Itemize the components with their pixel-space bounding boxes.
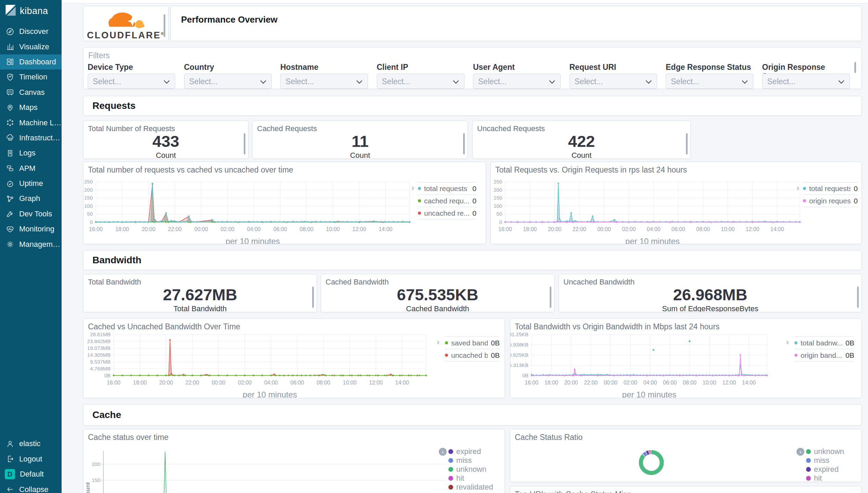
svg-text:20:00: 20:00 <box>159 380 173 385</box>
sidebar-item-logout[interactable]: Logout <box>0 452 62 467</box>
legend-item-hit[interactable]: hit <box>448 474 500 483</box>
dashboard-icon <box>5 58 14 66</box>
legend-item-hit[interactable]: hit <box>806 474 857 482</box>
panel-scrollbar[interactable] <box>857 287 859 308</box>
metric-value: 11 <box>253 132 468 151</box>
legend-collapse-icon[interactable]: › <box>411 185 414 191</box>
svg-text:150: 150 <box>92 477 100 483</box>
panel-scrollbar[interactable] <box>854 62 856 73</box>
panel-chart-requests-vs-origin: Total Requests vs. Origin Requests in rp… <box>490 162 862 244</box>
logout-icon <box>5 455 14 464</box>
legend-item-expired[interactable]: expired <box>448 447 500 456</box>
sidebar-item-label: Logs <box>19 149 36 157</box>
sidebar-item-dashboard[interactable]: Dashboard <box>0 54 62 69</box>
legend-item-unknown[interactable]: unknown <box>448 465 500 474</box>
chart-legend: total requests0origin requests0 <box>803 182 858 207</box>
sidebar-item-graph[interactable]: Graph <box>0 191 62 206</box>
page-title: Performance Overview <box>181 14 278 25</box>
legend-item-origin-band[interactable]: origin band...0B <box>794 349 854 362</box>
filter-select-country[interactable]: Select... <box>184 74 272 89</box>
panel-scrollbar[interactable] <box>244 133 245 154</box>
sidebar-item-dev-tools[interactable]: Dev Tools <box>0 206 62 222</box>
legend-item-cached-requ[interactable]: cached requ...0 <box>418 194 476 207</box>
legend-item-origin-requests[interactable]: origin requests0 <box>803 194 858 207</box>
legend-item-uncached-b[interactable]: uncached b...0B <box>445 349 500 362</box>
filter-select-user-agent[interactable]: Select... <box>473 74 561 89</box>
sidebar-item-apm[interactable]: APM <box>0 161 62 176</box>
svg-text:12:00: 12:00 <box>745 226 759 232</box>
panel-scrollbar[interactable] <box>463 133 465 154</box>
legend-item-total-requests[interactable]: total requests0 <box>803 182 858 194</box>
graph-icon <box>5 194 14 203</box>
legend-collapse-icon[interactable]: › <box>439 448 447 456</box>
legend-item-miss[interactable]: miss <box>448 456 500 465</box>
legend-collapse-icon[interactable]: › <box>437 339 439 345</box>
panel-cloudflare-logo: CLOUDFLARE® <box>83 6 168 41</box>
sidebar-item-uptime[interactable]: Uptime <box>0 176 62 191</box>
sidebar-item-machine-le[interactable]: Machine Le... <box>0 115 62 130</box>
cache-status-over-time-chart: 200150100500Count <box>84 429 505 493</box>
discover-icon <box>5 27 14 36</box>
svg-text:200: 200 <box>494 187 502 193</box>
default-space-badge: D <box>5 469 15 479</box>
legend-dot <box>448 449 453 454</box>
legend-item-miss[interactable]: miss <box>806 456 857 465</box>
legend-item-unknown[interactable]: unknown <box>806 447 857 456</box>
sidebar-item-logs[interactable]: Logs <box>0 146 62 161</box>
legend-value: 0 <box>854 185 858 193</box>
sidebar-item-maps[interactable]: Maps <box>0 100 62 115</box>
sidebar: kibana DiscoverVisualizeDashboardTimelio… <box>0 0 62 493</box>
chevron-down-icon <box>453 78 459 84</box>
legend-item-total-badnw[interactable]: total badnw...0B <box>794 337 854 349</box>
panel-scrollbar[interactable] <box>550 287 551 308</box>
metric-value: 675.535KB <box>321 285 554 304</box>
sidebar-item-collapse[interactable]: Collapse <box>0 482 62 493</box>
legend-collapse-icon[interactable]: › <box>796 185 799 191</box>
filter-select-client-ip[interactable]: Select... <box>377 74 464 89</box>
svg-text:04:00: 04:00 <box>264 380 278 385</box>
panel-metric-uncached-bandwidth: Uncached Bandwidth 26.968MB Sum of EdgeR… <box>559 274 862 312</box>
filter-select-device-type[interactable]: Select... <box>88 74 175 89</box>
sidebar-item-monitoring[interactable]: Monitoring <box>0 222 62 237</box>
legend-item-uncached-re[interactable]: uncached re...0 <box>418 207 476 219</box>
logs-icon <box>5 149 14 157</box>
sidebar-item-canvas[interactable]: Canvas <box>0 85 62 100</box>
svg-text:9.537MB: 9.537MB <box>90 359 111 365</box>
sidebar-item-visualize[interactable]: Visualize <box>0 39 62 54</box>
svg-text:00:00: 00:00 <box>194 226 208 232</box>
legend-item-saved-band[interactable]: saved band...0B <box>445 337 500 349</box>
kibana-brand[interactable]: kibana <box>0 0 62 22</box>
sidebar-item-infrastructure[interactable]: Infrastructure <box>0 130 62 146</box>
legend-item-total-requests[interactable]: total requests0 <box>418 182 476 194</box>
sidebar-item-label: Canvas <box>19 88 45 97</box>
svg-text:22:00: 22:00 <box>186 380 199 385</box>
user-icon <box>5 439 14 448</box>
legend-dot <box>445 341 448 344</box>
panel-scrollbar[interactable] <box>686 133 688 154</box>
filter-select-hostname[interactable]: Select... <box>280 74 368 89</box>
sidebar-item-management[interactable]: Management <box>0 237 62 252</box>
panel-bandwidth-header: Bandwidth <box>83 250 862 270</box>
svg-text:08:00: 08:00 <box>696 226 710 232</box>
chart-legend: expiredmissunknownhitrevalidated <box>448 447 500 492</box>
sidebar-item-timelion[interactable]: Timelion <box>0 69 62 85</box>
legend-item-revalidated[interactable]: revalidated <box>448 483 500 492</box>
metric-caption: Total Bandwidth <box>84 304 317 312</box>
panel-scrollbar[interactable] <box>164 14 165 37</box>
sidebar-item-default[interactable]: DDefault <box>0 467 62 482</box>
sidebar-item-discover[interactable]: Discover <box>0 24 62 39</box>
svg-text:04:00: 04:00 <box>647 226 660 232</box>
legend-collapse-icon[interactable]: › <box>796 448 804 456</box>
filter-select-edge-response-status[interactable]: Select... <box>666 74 753 89</box>
sidebar-item-label: Visualize <box>19 42 49 51</box>
sidebar-item-label: Logout <box>19 455 42 464</box>
panel-scrollbar[interactable] <box>312 287 314 308</box>
filter-select-origin-response-status[interactable]: Select... <box>762 74 850 89</box>
svg-text:14:00: 14:00 <box>379 226 392 232</box>
legend-item-expired[interactable]: expired <box>806 465 857 474</box>
legend-collapse-icon[interactable]: › <box>786 339 789 345</box>
select-placeholder: Select... <box>285 77 314 86</box>
legend-label: miss <box>456 456 472 465</box>
filter-select-request-uri[interactable]: Select... <box>570 74 657 89</box>
sidebar-item-elastic[interactable]: elastic <box>0 436 62 452</box>
